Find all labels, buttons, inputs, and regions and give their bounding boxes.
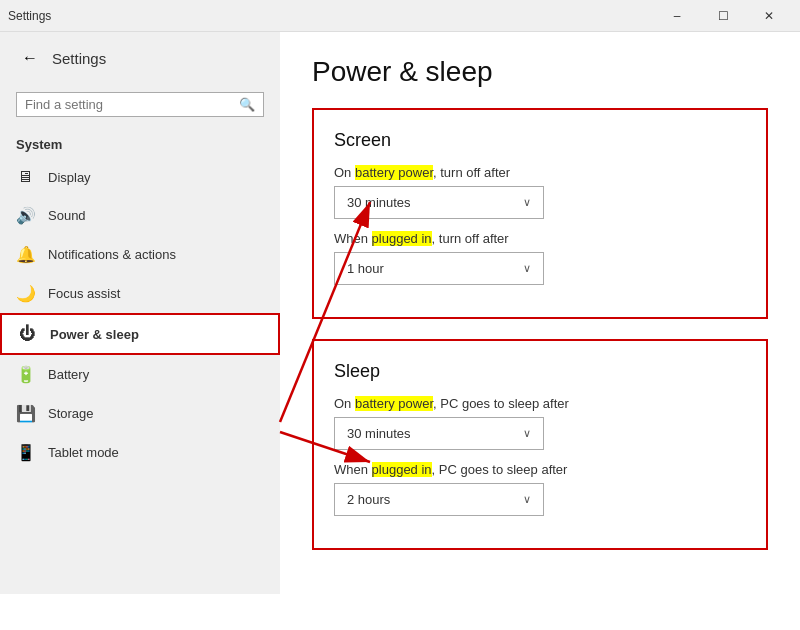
screen-battery-label: On battery power, turn off after	[334, 165, 746, 180]
sleep-plugged-value: 2 hours	[347, 492, 390, 507]
battery-icon: 🔋	[16, 365, 34, 384]
minimize-button[interactable]: –	[654, 0, 700, 32]
sidebar-item-display[interactable]: 🖥 Display	[0, 158, 280, 196]
sleep-plugged-label: When plugged in, PC goes to sleep after	[334, 462, 746, 477]
sidebar-item-label: Focus assist	[48, 286, 120, 301]
screen-battery-value: 30 minutes	[347, 195, 411, 210]
battery-power-highlight: battery power	[355, 165, 433, 180]
sidebar-item-label: Battery	[48, 367, 89, 382]
sidebar-header: ← Settings	[0, 32, 280, 84]
screen-battery-row: On battery power, turn off after 30 minu…	[334, 165, 746, 219]
sound-icon: 🔊	[16, 206, 34, 225]
chevron-down-icon: ∨	[523, 262, 531, 275]
search-box[interactable]: 🔍	[16, 92, 264, 117]
sleep-battery-highlight: battery power	[355, 396, 433, 411]
screen-plugged-value: 1 hour	[347, 261, 384, 276]
sidebar-item-label: Storage	[48, 406, 94, 421]
sidebar-item-tablet[interactable]: 📱 Tablet mode	[0, 433, 280, 472]
screen-plugged-label: When plugged in, turn off after	[334, 231, 746, 246]
sleep-section: Sleep On battery power, PC goes to sleep…	[312, 339, 768, 550]
chevron-down-icon: ∨	[523, 196, 531, 209]
notifications-icon: 🔔	[16, 245, 34, 264]
plugged-in-highlight: plugged in	[372, 231, 432, 246]
screen-heading: Screen	[334, 130, 746, 151]
content-area: Power & sleep Screen On battery power, t…	[280, 32, 800, 594]
page-title: Power & sleep	[312, 56, 768, 88]
maximize-button[interactable]: ☐	[700, 0, 746, 32]
sidebar-item-label: Display	[48, 170, 91, 185]
sidebar-item-notifications[interactable]: 🔔 Notifications & actions	[0, 235, 280, 274]
sidebar-item-battery[interactable]: 🔋 Battery	[0, 355, 280, 394]
title-bar: Settings – ☐ ✕	[0, 0, 800, 32]
sleep-plugged-highlight: plugged in	[372, 462, 432, 477]
display-icon: 🖥	[16, 168, 34, 186]
sleep-plugged-row: When plugged in, PC goes to sleep after …	[334, 462, 746, 516]
window-controls: – ☐ ✕	[654, 0, 792, 32]
back-button[interactable]: ←	[16, 44, 44, 72]
sidebar-item-power[interactable]: ⏻ Power & sleep	[0, 313, 280, 355]
sleep-battery-dropdown[interactable]: 30 minutes ∨	[334, 417, 544, 450]
sleep-plugged-dropdown[interactable]: 2 hours ∨	[334, 483, 544, 516]
screen-section: Screen On battery power, turn off after …	[312, 108, 768, 319]
chevron-down-icon: ∨	[523, 427, 531, 440]
title-bar-label: Settings	[8, 9, 51, 23]
screen-plugged-dropdown[interactable]: 1 hour ∨	[334, 252, 544, 285]
focus-icon: 🌙	[16, 284, 34, 303]
screen-battery-dropdown[interactable]: 30 minutes ∨	[334, 186, 544, 219]
search-icon: 🔍	[239, 97, 255, 112]
sidebar-item-storage[interactable]: 💾 Storage	[0, 394, 280, 433]
search-input[interactable]	[25, 97, 233, 112]
sleep-heading: Sleep	[334, 361, 746, 382]
sleep-battery-value: 30 minutes	[347, 426, 411, 441]
chevron-down-icon: ∨	[523, 493, 531, 506]
close-button[interactable]: ✕	[746, 0, 792, 32]
sidebar-item-label: Sound	[48, 208, 86, 223]
sidebar-item-label: Power & sleep	[50, 327, 139, 342]
sidebar-section-label: System	[0, 125, 280, 158]
sleep-battery-label: On battery power, PC goes to sleep after	[334, 396, 746, 411]
sidebar-app-title: Settings	[52, 50, 106, 67]
screen-plugged-row: When plugged in, turn off after 1 hour ∨	[334, 231, 746, 285]
power-icon: ⏻	[18, 325, 36, 343]
sidebar: ← Settings 🔍 System 🖥 Display 🔊 Sound 🔔 …	[0, 32, 280, 594]
sidebar-item-label: Notifications & actions	[48, 247, 176, 262]
sidebar-item-sound[interactable]: 🔊 Sound	[0, 196, 280, 235]
sidebar-item-focus[interactable]: 🌙 Focus assist	[0, 274, 280, 313]
sleep-battery-row: On battery power, PC goes to sleep after…	[334, 396, 746, 450]
tablet-icon: 📱	[16, 443, 34, 462]
sidebar-item-label: Tablet mode	[48, 445, 119, 460]
storage-icon: 💾	[16, 404, 34, 423]
